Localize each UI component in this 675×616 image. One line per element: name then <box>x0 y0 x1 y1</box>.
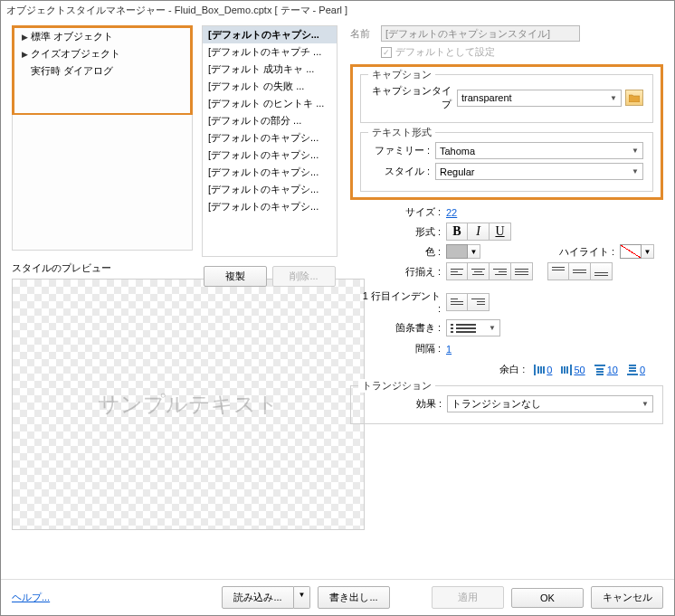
italic-button[interactable]: I <box>468 223 490 241</box>
svg-rect-9 <box>543 366 545 374</box>
valign-middle-button[interactable] <box>569 262 591 280</box>
size-label: サイズ : <box>359 205 446 219</box>
margin-top[interactable]: 10 <box>594 365 618 375</box>
list-item[interactable]: [デフォルトのキャプチ ... <box>203 43 337 61</box>
margin-right[interactable]: 50 <box>561 365 585 375</box>
effect-label: 効果 : <box>360 397 447 411</box>
transition-effect-select[interactable]: トランジションなし▼ <box>447 395 653 412</box>
color-dropdown[interactable]: ▼ <box>468 244 480 259</box>
tree-item-label: クイズオブジェクト <box>31 47 120 61</box>
svg-rect-18 <box>627 374 638 375</box>
svg-rect-20 <box>629 367 636 369</box>
format-label: 形式 : <box>359 225 446 239</box>
highlight-color-swatch[interactable] <box>620 244 642 259</box>
bullet-select[interactable]: ▼ <box>446 319 500 336</box>
caption-type-value: transparent <box>461 92 512 103</box>
list-item[interactable]: [デフォルトのキャプシ... <box>203 129 337 147</box>
chevron-down-icon: ▼ <box>632 167 639 175</box>
list-item[interactable]: [デフォルトの部分 ... <box>203 112 337 129</box>
align-justify-button[interactable] <box>511 262 533 280</box>
font-style-value: Regular <box>440 166 475 177</box>
chevron-down-icon: ▼ <box>489 324 496 332</box>
list-item[interactable]: [デフォルト の失敗 ... <box>203 78 337 95</box>
font-family-select[interactable]: Tahoma▼ <box>435 142 643 159</box>
underline-button[interactable]: U <box>490 223 511 241</box>
svg-rect-3 <box>456 327 476 329</box>
preview-label: スタイルのプレビュー <box>12 261 193 275</box>
indent-label: 1 行目インデント : <box>359 289 446 314</box>
help-link[interactable]: ヘルプ... <box>12 591 50 604</box>
svg-rect-11 <box>561 366 563 374</box>
font-size-value[interactable]: 22 <box>446 207 457 218</box>
margin-bottom[interactable]: 0 <box>627 365 645 375</box>
set-default-label: デフォルトとして設定 <box>395 45 495 59</box>
svg-rect-13 <box>566 366 568 374</box>
chevron-right-icon: ▶ <box>22 33 31 42</box>
list-item[interactable]: [デフォルト のヒントキ ... <box>203 95 337 112</box>
object-tree-lower[interactable] <box>12 115 193 251</box>
font-style-select[interactable]: Regular▼ <box>435 163 643 180</box>
list-item[interactable]: [デフォルト 成功キャ ... <box>203 61 337 78</box>
list-item[interactable]: [デフォルトのキャプシ... <box>203 181 337 198</box>
align-right-button[interactable] <box>490 262 511 280</box>
window-title: オブジェクトスタイルマネージャー - Fluid_Box_Demo.cptx [… <box>1 1 674 20</box>
tree-item-standard[interactable]: ▶標準 オブジェクト <box>14 28 190 45</box>
caption-group-title: キャプション <box>368 68 435 81</box>
bullet-icon <box>451 323 478 334</box>
list-item[interactable]: [デフォルトのキャプシ... <box>203 26 337 43</box>
svg-rect-16 <box>596 371 604 373</box>
caption-type-label: キャプションタイプ <box>370 84 457 111</box>
chevron-down-icon: ▼ <box>610 94 617 102</box>
margin-label: 余白 : <box>499 363 525 376</box>
list-item[interactable]: [デフォルトのキャプシ... <box>203 164 337 181</box>
indent-increase-button[interactable] <box>468 293 490 311</box>
style-name-input[interactable] <box>381 25 580 42</box>
bold-button[interactable]: B <box>446 223 468 241</box>
style-label: スタイル : <box>370 165 435 178</box>
highlight-dropdown[interactable]: ▼ <box>642 244 654 259</box>
align-label: 行揃え : <box>359 265 446 279</box>
apply-button: 適用 <box>432 586 504 609</box>
list-item[interactable]: [デフォルトのキャプシ... <box>203 147 337 164</box>
tree-item-quiz[interactable]: ▶クイズオブジェクト <box>14 45 190 62</box>
svg-rect-12 <box>564 366 566 374</box>
export-button[interactable]: 書き出し... <box>318 586 390 609</box>
svg-rect-8 <box>540 366 542 374</box>
family-label: ファミリー : <box>370 144 435 157</box>
text-group-title: テキスト形式 <box>368 126 435 139</box>
import-dropdown[interactable]: ▼ <box>294 586 310 609</box>
tree-item-runtime[interactable]: 実行時 ダイアログ <box>14 62 190 80</box>
chevron-down-icon: ▼ <box>642 400 649 408</box>
browse-folder-button[interactable] <box>625 90 643 106</box>
list-item[interactable]: [デフォルトのキャプシ... <box>203 198 337 215</box>
svg-rect-19 <box>629 365 636 366</box>
spacing-label: 間隔 : <box>359 342 446 355</box>
svg-rect-2 <box>451 327 453 329</box>
valign-bottom-button[interactable] <box>591 262 613 280</box>
valign-top-button[interactable] <box>547 262 569 280</box>
indent-decrease-button[interactable] <box>446 293 468 311</box>
svg-rect-21 <box>629 370 636 372</box>
svg-rect-1 <box>456 324 476 326</box>
align-center-button[interactable] <box>468 262 490 280</box>
margin-top-icon <box>594 365 605 375</box>
transition-group-title: トランジション <box>358 379 435 393</box>
style-list[interactable]: [デフォルトのキャプシ... [デフォルトのキャプチ ... [デフォルト 成功… <box>202 25 338 257</box>
object-tree[interactable]: ▶標準 オブジェクト ▶クイズオブジェクト 実行時 ダイアログ <box>12 25 193 116</box>
svg-rect-4 <box>451 331 453 333</box>
svg-rect-10 <box>570 365 572 375</box>
duplicate-button[interactable]: 複製 <box>204 266 267 287</box>
import-button[interactable]: 読み込み... <box>222 586 294 609</box>
line-spacing-value[interactable]: 1 <box>446 344 452 355</box>
margin-left[interactable]: 0 <box>534 365 552 375</box>
ok-button[interactable]: OK <box>511 588 584 608</box>
cancel-button[interactable]: キャンセル <box>591 586 663 609</box>
align-left-button[interactable] <box>446 262 468 280</box>
caption-type-select[interactable]: transparent▼ <box>457 90 622 107</box>
delete-button: 削除... <box>272 266 336 287</box>
bullet-label: 箇条書き : <box>359 321 446 335</box>
svg-rect-5 <box>456 331 476 333</box>
text-color-swatch[interactable] <box>446 244 468 259</box>
color-label: 色 : <box>359 245 446 259</box>
svg-rect-6 <box>534 365 536 375</box>
